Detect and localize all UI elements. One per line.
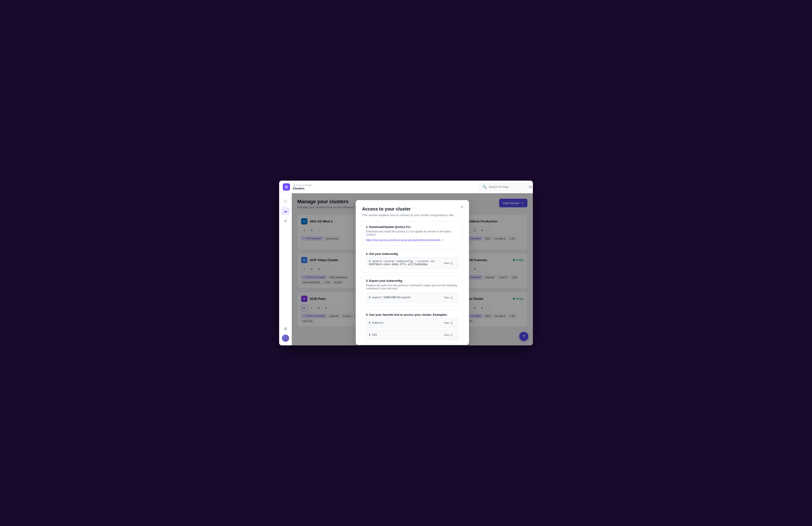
search-icon: 🔍 (482, 185, 487, 189)
cli-install-link[interactable]: https://hub.qovery.com/docs/using-qovery… (366, 239, 459, 242)
sidebar-bottom: ⚙ (281, 325, 290, 342)
app-logo (283, 183, 290, 191)
modal-section-1: 1. Download/Update Qovery CLI Download a… (362, 221, 463, 245)
kubectl-tool-row: $ kubectl Copy 📋 (366, 318, 459, 328)
settings-icon[interactable]: ⚙ (281, 325, 290, 333)
search-box[interactable]: 🔍 K (479, 183, 529, 191)
modal-section-4: 4. Use your favorite tool to access your… (362, 309, 463, 344)
content-area: Manage your clusters Manage your infrast… (292, 193, 533, 345)
page-title-header: Clusters (293, 187, 312, 190)
svg-point-0 (286, 186, 287, 187)
modal-subtitle: This section explains how to connect to … (362, 213, 463, 217)
export-code-block: $ export KUBECONFIG=<path> Copy 📋 (366, 292, 459, 303)
kbd-badge: K (528, 185, 533, 189)
sidebar-item-history[interactable]: ↺ (281, 217, 290, 225)
link-text: https://hub.qovery.com/docs/using-qovery… (366, 239, 440, 242)
modal-section-3-desc: Replace the path from the previous comma… (366, 284, 459, 290)
copy-k9s-button[interactable]: Copy 📋 (441, 332, 456, 337)
copy-kubeconfig-button[interactable]: Copy 📋 (441, 260, 456, 266)
access-cluster-modal: ✕ Access to your cluster This section ex… (356, 200, 469, 345)
export-command: $ export KUBECONFIG=<path> (369, 296, 411, 299)
main-layout: ⬡ ☁ ↺ ⚙ Manage your clusters Manage your… (279, 193, 533, 345)
sidebar-item-cloud[interactable]: ☁ (281, 207, 290, 215)
kubectl-command: $ kubectl (369, 321, 383, 325)
copy-export-button[interactable]: Copy 📋 (441, 295, 456, 300)
kubeconfig-code-block: $ qovery cluster kubeconfig --cluster-id… (366, 257, 459, 269)
modal-section-3-title: 3. Export your kubeconfig (366, 279, 459, 283)
app-wrapper: ☁ Qovery Realm Clusters 🔍 K ⬡ ☁ ↺ ⚙ (279, 181, 533, 345)
header: ☁ Qovery Realm Clusters 🔍 K (279, 181, 533, 193)
modal-section-1-title: 1. Download/Update Qovery CLI (366, 225, 459, 229)
modal-overlay: ✕ Access to your cluster This section ex… (292, 193, 533, 345)
copy-kubectl-button[interactable]: Copy 📋 (441, 320, 456, 326)
modal-close-button[interactable]: ✕ (459, 204, 465, 210)
modal-section-1-desc: Download and install the Qovery CLI (or … (366, 230, 459, 236)
k9s-command: $ k9s (369, 333, 377, 336)
avatar[interactable] (282, 334, 289, 342)
realm-label: ☁ Qovery Realm (293, 184, 312, 187)
modal-title: Access to your cluster (362, 207, 463, 212)
modal-section-3: 3. Export your kubeconfig Replace the pa… (362, 275, 463, 306)
modal-section-2: 2. Get your kubeconfig $ qovery cluster … (362, 248, 463, 272)
sidebar: ⬡ ☁ ↺ ⚙ (279, 193, 292, 345)
external-link-icon: ↗ (441, 239, 443, 242)
search-input[interactable] (489, 185, 527, 189)
k9s-tool-row: $ k9s Copy 📋 (366, 330, 459, 340)
sidebar-item-layers[interactable]: ⬡ (281, 197, 290, 205)
modal-section-2-title: 2. Get your kubeconfig (366, 252, 459, 256)
modal-section-4-title: 4. Use your favorite tool to access your… (366, 313, 459, 316)
breadcrumb: ☁ Qovery Realm Clusters (293, 184, 312, 190)
kubeconfig-command: $ qovery cluster kubeconfig --cluster-id… (369, 260, 441, 266)
